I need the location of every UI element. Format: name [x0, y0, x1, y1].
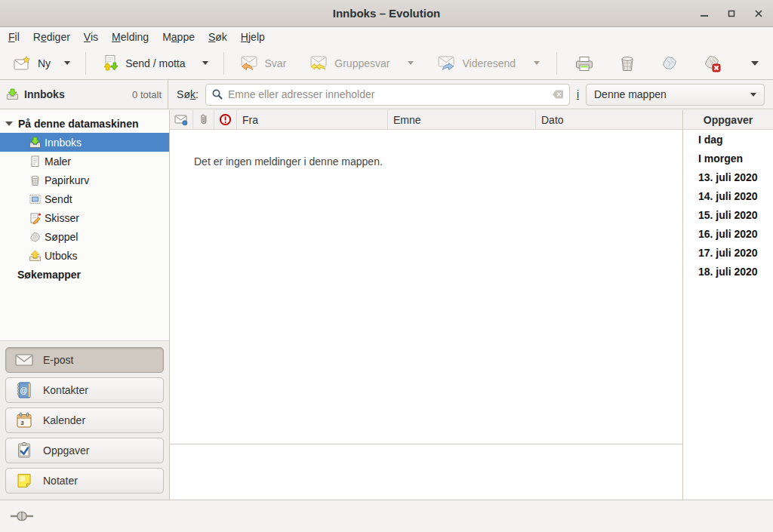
task-item-date[interactable]: 15. juli 2020: [683, 205, 773, 224]
toolbar-overflow-button[interactable]: [744, 57, 765, 69]
menu-folder[interactable]: Mappe: [156, 29, 202, 45]
menu-help[interactable]: Hjelp: [234, 29, 272, 45]
minimize-button[interactable]: [694, 4, 714, 23]
component-switcher: E-post @ Kontakter: [0, 340, 169, 500]
menu-search[interactable]: Søk: [202, 29, 234, 45]
tasks-panel: Oppgaver I dag I morgen 13. juli 2020 14…: [682, 110, 773, 500]
column-subject[interactable]: Emne: [388, 110, 536, 129]
calendar-icon: 3: [15, 411, 33, 429]
not-junk-button[interactable]: [696, 51, 728, 76]
search-scope-dropdown[interactable]: Denne mappen: [586, 84, 765, 106]
menubar: Fil Rediger Vis Melding Mappe Søk Hjelp: [0, 27, 773, 47]
column-attachment[interactable]: [193, 110, 214, 129]
folder-item-soppel[interactable]: Søppel: [0, 227, 169, 246]
column-priority[interactable]: [214, 110, 237, 129]
message-list-pane: Fra Emne Dato Det er ingen meldinger i d…: [170, 110, 682, 500]
tree-root-on-this-computer[interactable]: På denne datamaskinen: [0, 114, 169, 133]
toolbar-separator: [85, 52, 86, 75]
forward-icon: [436, 54, 456, 72]
switcher-mail-button[interactable]: E-post: [5, 347, 164, 373]
close-icon: [753, 8, 765, 20]
inbox-icon: [6, 88, 19, 100]
group-reply-icon: [309, 54, 328, 72]
folder-item-sendt[interactable]: Sendt: [0, 189, 169, 208]
print-button[interactable]: [568, 51, 601, 75]
send-receive-dropdown-icon: [202, 61, 208, 65]
search-area: Søk: i Denne mappen: [168, 80, 773, 109]
menu-edit[interactable]: Rediger: [26, 29, 77, 45]
attachment-icon: [199, 113, 208, 126]
folder-item-maler[interactable]: Maler: [0, 152, 169, 171]
new-message-dropdown-icon: [64, 61, 70, 65]
menu-message[interactable]: Melding: [105, 29, 156, 45]
mail-icon: [15, 353, 33, 367]
print-icon: [574, 55, 594, 72]
task-item-date[interactable]: 18. juli 2020: [683, 262, 773, 281]
switcher-calendar-button[interactable]: 3 Kalender: [5, 407, 164, 433]
folder-item-utboks[interactable]: Utboks: [0, 246, 169, 265]
forward-button[interactable]: Videresend: [430, 51, 546, 76]
tasks-icon: [15, 441, 33, 460]
folder-item-innboks[interactable]: Innboks: [0, 133, 169, 152]
forward-label: Videresend: [462, 57, 516, 69]
window-controls: [694, 0, 768, 26]
send-receive-label: Send / motta: [125, 57, 185, 69]
tree-root-search-folders[interactable]: Søkemapper: [0, 265, 169, 284]
task-item-date[interactable]: 16. juli 2020: [683, 224, 773, 243]
toolbar-separator: [556, 52, 557, 75]
evolution-window: Innboks – Evolution Fil Rediger Vis: [0, 0, 773, 532]
column-from[interactable]: Fra: [237, 110, 388, 129]
scope-dropdown-arrow-icon: [750, 93, 756, 97]
column-date[interactable]: Dato: [536, 110, 682, 129]
search-input[interactable]: [228, 88, 547, 100]
maximize-icon: [725, 8, 738, 20]
task-item-tomorrow[interactable]: I morgen: [683, 149, 773, 168]
task-item-date[interactable]: 14. juli 2020: [683, 186, 773, 205]
expander-icon[interactable]: [5, 121, 13, 126]
svg-text:3: 3: [20, 420, 24, 426]
tasks-panel-header[interactable]: Oppgaver: [683, 110, 773, 130]
task-item-date[interactable]: 17. juli 2020: [683, 243, 773, 262]
folder-item-papirkurv[interactable]: Papirkurv: [0, 171, 169, 189]
task-item-today[interactable]: I dag: [683, 130, 773, 149]
maximize-button[interactable]: [722, 4, 741, 23]
junk-button[interactable]: [654, 51, 685, 76]
search-icon: [211, 88, 223, 100]
notes-icon: [15, 472, 33, 490]
menu-view[interactable]: Vis: [77, 29, 105, 45]
window-title: Innboks – Evolution: [333, 7, 441, 20]
reply-button[interactable]: Svar: [233, 51, 293, 76]
folder-item-skisser[interactable]: Skisser: [0, 208, 169, 227]
new-message-button[interactable]: Ny: [8, 52, 76, 75]
group-reply-button[interactable]: Gruppesvar: [303, 51, 420, 76]
message-list-header: Fra Emne Dato: [170, 110, 682, 130]
switcher-contacts-button[interactable]: @ Kontakter: [5, 377, 164, 403]
clear-search-icon[interactable]: [552, 89, 564, 100]
overflow-arrow-icon: [751, 61, 759, 66]
titlebar: Innboks – Evolution: [0, 0, 773, 27]
send-receive-button[interactable]: Send / motta: [95, 51, 214, 76]
folder-header-bar: Innboks 0 totalt: [0, 80, 168, 109]
preview-pane: [170, 444, 682, 500]
new-message-label: Ny: [38, 57, 51, 69]
switcher-notes-button[interactable]: Notater: [5, 468, 164, 494]
read-status-icon: [174, 115, 188, 125]
search-row: Innboks 0 totalt Søk:: [0, 80, 773, 109]
contacts-icon: @: [15, 381, 33, 399]
switcher-tasks-button[interactable]: Oppgaver: [5, 438, 164, 463]
search-entry[interactable]: [205, 84, 570, 106]
trash-icon: [29, 174, 42, 186]
new-mail-icon: [14, 56, 32, 71]
toolbar: Ny Send / motta: [0, 47, 773, 80]
task-item-date[interactable]: 13. juli 2020: [683, 168, 773, 186]
reply-icon: [239, 54, 259, 72]
delete-button[interactable]: [611, 51, 643, 76]
menu-file[interactable]: Fil: [2, 29, 26, 45]
junk-icon: [661, 54, 679, 72]
folder-tree: På denne datamaskinen Innboks: [0, 110, 169, 340]
close-button[interactable]: [749, 4, 768, 23]
column-read-status[interactable]: [170, 110, 193, 129]
empty-folder-message: Det er ingen meldinger i denne mappen.: [170, 130, 682, 168]
templates-icon: [29, 155, 42, 168]
minimize-icon: [698, 8, 710, 20]
